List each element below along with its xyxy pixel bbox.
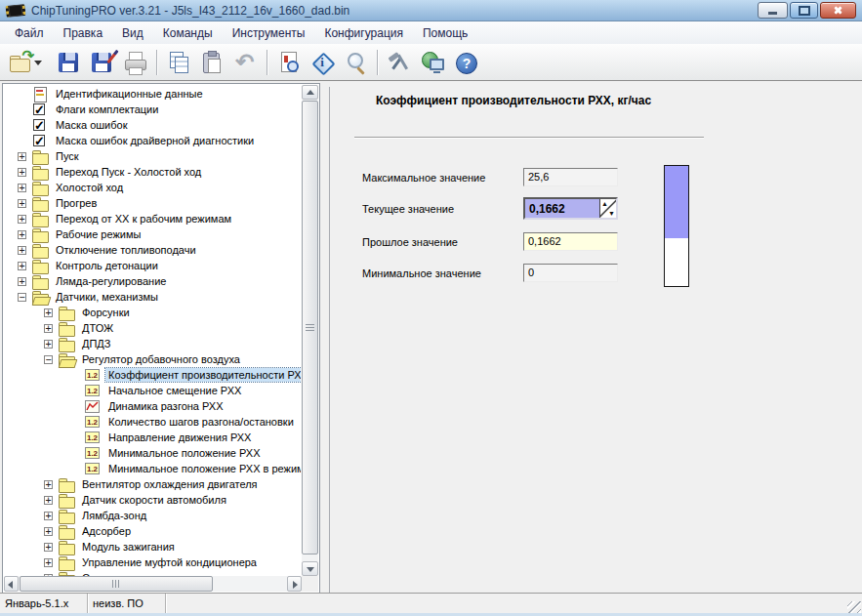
tree-item-label: Контроль детонации <box>53 259 161 272</box>
help-button[interactable]: ? <box>450 48 481 77</box>
tree-item[interactable]: +Адсорбер <box>4 523 301 539</box>
menu-item[interactable]: Правка <box>54 23 113 43</box>
menu-item[interactable]: Помощь <box>413 23 477 43</box>
expand-toggle-icon[interactable]: + <box>18 262 26 270</box>
search-button[interactable] <box>340 48 371 77</box>
tree-item[interactable]: ✓Маска ошибок драйверной диагностики <box>4 133 301 148</box>
field-row: Максимальное значение25,6 <box>322 168 654 193</box>
window-controls <box>758 2 858 19</box>
folder-icon <box>32 274 49 289</box>
tree-item[interactable]: 1.2Начальное смещение РХХ <box>4 383 301 398</box>
expand-toggle-icon[interactable]: + <box>44 512 53 520</box>
expand-toggle-icon[interactable]: + <box>44 308 53 317</box>
save-button[interactable] <box>53 48 84 77</box>
parameter-tree-panel: Идентификационные данные✓Флаги комплекта… <box>2 83 320 594</box>
tree-item[interactable]: +Лямда-регулирование <box>4 273 301 289</box>
expand-toggle-icon[interactable]: + <box>44 543 53 552</box>
menu-item[interactable]: Вид <box>112 23 153 43</box>
tree-item[interactable]: +Пуск <box>4 148 301 164</box>
menu-item[interactable]: Файл <box>5 23 54 43</box>
scroll-right-button[interactable] <box>287 576 302 592</box>
help-icon: ? <box>453 50 478 75</box>
menu-item[interactable]: Команды <box>153 23 223 43</box>
folder-icon <box>59 524 75 539</box>
vertical-scroll-thumb[interactable] <box>302 101 318 554</box>
tree-item[interactable]: +Форсунки <box>4 305 301 320</box>
tree-item[interactable]: +ДПДЗ <box>4 336 301 351</box>
expand-toggle-icon[interactable]: − <box>18 293 26 302</box>
expand-toggle-icon[interactable]: + <box>18 246 26 255</box>
tree-item[interactable]: 1.2Минимальное положение РХХ в режиме <box>4 461 301 476</box>
tree-item[interactable]: 1.2Минимальное положение РХХ <box>4 445 301 461</box>
horizontal-scroll-thumb[interactable] <box>20 576 213 592</box>
expand-toggle-icon[interactable]: + <box>18 184 26 192</box>
tree-item[interactable]: +Модуль зажигания <box>4 539 301 554</box>
value-text[interactable]: 0,1662 <box>525 199 599 218</box>
tree-item[interactable]: +Лямбда-зонд <box>4 508 301 523</box>
print-button[interactable] <box>119 48 150 77</box>
tree-item[interactable]: +Датчик скорости автомобиля <box>4 492 301 508</box>
scroll-up-button[interactable] <box>302 85 318 100</box>
expand-toggle-icon[interactable]: + <box>44 558 53 567</box>
undo-button[interactable]: ↶ <box>229 48 261 77</box>
tree-item[interactable]: Идентификационные данные <box>4 86 301 102</box>
folder-icon <box>59 337 75 351</box>
folder-icon <box>59 555 75 570</box>
minimize-button[interactable] <box>758 2 788 19</box>
tree-item[interactable]: ✓Флаги комплектации <box>4 102 301 117</box>
tree-item[interactable]: 1.2Коэффициент производительности РХХ <box>4 367 301 383</box>
tree-item[interactable]: 1.2Направление движения РХХ <box>4 430 301 445</box>
tree-list: Идентификационные данные✓Флаги комплекта… <box>4 86 301 576</box>
menu-item[interactable]: Конфигурация <box>314 23 413 43</box>
tree-item[interactable]: 1.2Количество шагов разгона/остановки <box>4 414 301 430</box>
tree-item-label: Вентилятор охлаждения двигателя <box>79 477 261 491</box>
folder-icon <box>32 196 49 211</box>
arrow-left-icon <box>8 581 13 589</box>
tree-item[interactable]: ✓Маска ошибок <box>4 117 301 133</box>
network-button[interactable] <box>417 48 448 77</box>
expand-toggle-icon[interactable]: + <box>18 199 26 208</box>
expand-toggle-icon[interactable]: + <box>18 152 26 161</box>
tree-horizontal-scrollbar[interactable] <box>4 576 302 592</box>
tree-item[interactable]: −Датчики, механизмы <box>4 289 301 305</box>
tree-item[interactable]: −Регулятор добавочного воздуха <box>4 351 301 367</box>
expand-toggle-icon[interactable]: + <box>44 324 53 333</box>
tree-item[interactable]: +ДТОЖ <box>4 320 301 336</box>
tree-vertical-scrollbar[interactable] <box>302 85 318 576</box>
tree-item[interactable]: +Отключение топливоподачи <box>4 242 301 258</box>
tree-item[interactable]: +Прогрев <box>4 195 301 211</box>
expand-toggle-icon[interactable]: + <box>18 168 26 177</box>
tools-icon <box>387 50 412 75</box>
param-icon: 1.2 <box>85 431 102 445</box>
expand-toggle-icon[interactable]: + <box>18 277 26 286</box>
copy-button[interactable] <box>163 48 194 77</box>
expand-toggle-icon[interactable]: + <box>18 230 26 239</box>
check-icon: ✓ <box>32 118 49 133</box>
scroll-left-button[interactable] <box>4 576 19 592</box>
scroll-down-button[interactable] <box>302 561 318 576</box>
close-button[interactable] <box>820 2 856 19</box>
tree-item[interactable]: +Переход от ХХ к рабочим режимам <box>4 211 301 226</box>
expand-toggle-icon[interactable]: − <box>44 355 53 364</box>
tree-item[interactable]: +Управление муфтой кондиционера <box>4 554 301 570</box>
tree-item[interactable]: +Переход Пуск - Холостой ход <box>4 164 301 180</box>
save-as-button[interactable] <box>86 48 117 77</box>
tree-item[interactable]: Динамика разгона РХХ <box>4 398 301 414</box>
tree-item[interactable]: +Холостой ход <box>4 180 301 195</box>
tree-item[interactable]: +Контроль детонации <box>4 258 301 273</box>
expand-toggle-icon[interactable]: + <box>44 496 53 505</box>
expand-toggle-icon[interactable]: + <box>44 480 53 489</box>
tree-item[interactable]: +Рабочие режимы <box>4 226 301 242</box>
value-spinner[interactable]: ▲▼ <box>599 199 616 218</box>
menu-item[interactable]: Инструменты <box>223 23 315 43</box>
tools-button[interactable] <box>384 48 415 77</box>
expand-toggle-icon[interactable]: + <box>44 340 53 349</box>
info-button[interactable]: i <box>307 48 338 77</box>
maximize-button[interactable] <box>790 2 818 19</box>
paste-button[interactable] <box>196 48 227 77</box>
open-dropdown-button[interactable] <box>38 48 51 77</box>
view-report-button[interactable] <box>273 48 305 77</box>
tree-item[interactable]: +Вентилятор охлаждения двигателя <box>4 476 301 492</box>
expand-toggle-icon[interactable]: + <box>44 527 53 536</box>
expand-toggle-icon[interactable]: + <box>18 215 26 224</box>
